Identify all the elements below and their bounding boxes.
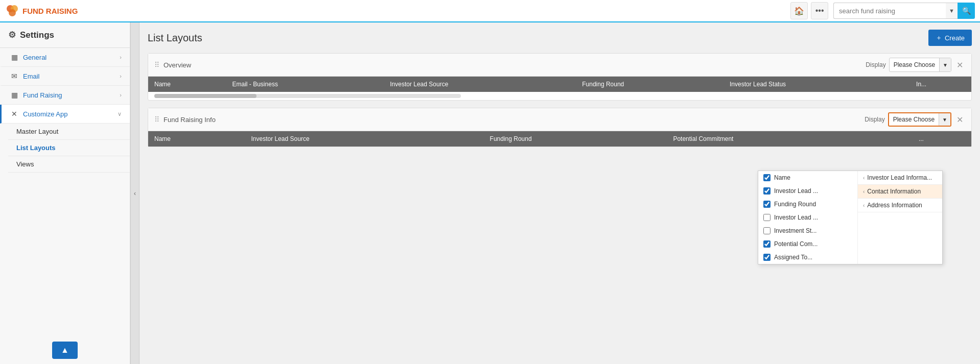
dropdown-right-item-investor-lead-info[interactable]: ‹ Investor Lead Informa... (858, 171, 942, 185)
dropdown-item-label-investment-st: Investment St... (774, 227, 816, 234)
section-close-button-overview[interactable]: ✕ (954, 60, 965, 70)
search-input[interactable] (833, 3, 946, 19)
overview-table: Name Email - Business Investor Lead Sour… (148, 77, 971, 92)
dropdown-item-label-funding-round: Funding Round (774, 201, 816, 208)
create-button[interactable]: ＋ Create (928, 30, 972, 46)
up-arrow-icon: ▲ (61, 346, 69, 355)
submenu-label-list: List Layouts (16, 144, 56, 152)
sidebar-item-label-customize: Customize App (23, 110, 113, 118)
sidebar: ⚙ Settings ▦ General › ✉ Email › ▦ Fund … (0, 22, 130, 364)
page-title: List Layouts (148, 32, 202, 44)
please-choose-button-overview[interactable]: Please Choose ▼ (889, 58, 951, 72)
overview-section-header: ⠿ Overview Display Please Choose ▼ ✕ (148, 54, 971, 77)
dropdown-right-label-contact: Contact Information (867, 188, 921, 195)
dropdown-right-item-address-info[interactable]: ‹ Address Information (858, 199, 942, 212)
display-label-fr: Display (865, 116, 884, 123)
home-button[interactable]: 🏠 (790, 2, 808, 19)
dropdown-item-assigned-to[interactable]: Assigned To... (758, 251, 857, 264)
col-extra: In... (910, 77, 971, 92)
overview-section: ⠿ Overview Display Please Choose ▼ ✕ Nam… (148, 53, 972, 101)
chevron-right-icon-fr: › (120, 92, 122, 98)
sidebar-submenu-list-layouts[interactable]: List Layouts (8, 140, 130, 156)
please-choose-text-overview: Please Choose (890, 61, 939, 68)
sidebar-item-email[interactable]: ✉ Email › (0, 67, 130, 86)
checkbox-investor-lead-2[interactable] (763, 214, 771, 221)
checkbox-assigned-to[interactable] (763, 254, 771, 261)
fund-raising-info-section: ⠿ Fund Raising Info Display Please Choos… (148, 108, 972, 147)
please-choose-button-fr[interactable]: Please Choose ▼ (888, 112, 951, 127)
dropdown-item-name[interactable]: Name (758, 171, 857, 184)
sidebar-item-label-email: Email (23, 72, 115, 80)
fr-header-right: Display Please Choose ▼ ✕ (865, 112, 965, 127)
section-close-button-fr[interactable]: ✕ (954, 115, 965, 125)
overview-header-right: Display Please Choose ▼ ✕ (866, 58, 965, 72)
dropdown-item-potential-com[interactable]: Potential Com... (758, 237, 857, 251)
sidebar-submenu-master-layout[interactable]: Master Layout (8, 124, 130, 140)
submenu-label-master: Master Layout (16, 128, 58, 135)
plus-icon: ＋ (936, 33, 942, 42)
sidebar-submenu-views[interactable]: Views (8, 156, 130, 173)
drag-handle-icon-fr[interactable]: ⠿ (154, 115, 159, 124)
more-button[interactable]: ••• (811, 2, 828, 19)
checkbox-name[interactable] (763, 174, 771, 181)
fund-raising-icon: ▦ (10, 91, 19, 99)
search-container: ▼ 🔍 (833, 3, 975, 19)
scrollbar-overview[interactable] (148, 92, 971, 100)
scroll-up-button[interactable]: ▲ (52, 342, 78, 359)
checkbox-potential-com[interactable] (763, 240, 771, 248)
drag-handle-icon[interactable]: ⠿ (154, 61, 159, 69)
app-body: ⚙ Settings ▦ General › ✉ Email › ▦ Fund … (0, 22, 980, 364)
fund-raising-section-title: Fund Raising Info (164, 116, 216, 124)
sidebar-header: ⚙ Settings (0, 22, 130, 48)
sidebar-item-general[interactable]: ▦ General › (0, 48, 130, 67)
page-header: List Layouts ＋ Create (148, 30, 972, 46)
checkbox-funding-round[interactable] (763, 201, 771, 208)
please-choose-dropdown: Name Investor Lead ... Funding Round Inv… (758, 171, 943, 264)
email-icon: ✉ (10, 72, 19, 80)
dropdown-item-label-name: Name (774, 174, 790, 181)
checkbox-investor-lead[interactable] (763, 187, 771, 195)
svg-point-2 (9, 9, 16, 16)
overview-table-header-row: Name Email - Business Investor Lead Sour… (148, 77, 971, 92)
fr-table: Name Investor Lead Source Funding Round … (148, 131, 971, 147)
sidebar-item-fund-raising[interactable]: ▦ Fund Raising › (0, 86, 130, 105)
fr-col-investor-lead-source: Investor Lead Source (245, 131, 483, 147)
dropdown-arrow-icon-overview: ▼ (939, 58, 951, 71)
sidebar-item-customize-app[interactable]: ✕ Customize App ∨ (0, 105, 130, 124)
customize-icon: ✕ (10, 110, 19, 118)
col-funding-round: Funding Round (576, 77, 724, 92)
sidebar-bottom: ▲ (0, 336, 130, 364)
please-choose-text-fr: Please Choose (889, 116, 939, 123)
chevron-down-icon: ∨ (118, 111, 122, 117)
fr-table-wrap: Name Investor Lead Source Funding Round … (148, 131, 971, 147)
dropdown-right-item-contact-info[interactable]: ‹ Contact Information (858, 185, 942, 199)
dropdown-item-funding-round[interactable]: Funding Round (758, 198, 857, 211)
dropdown-left-panel: Name Investor Lead ... Funding Round Inv… (758, 171, 858, 264)
fr-col-name: Name (148, 131, 245, 147)
sidebar-collapse-handle[interactable]: ‹ (130, 22, 139, 364)
search-icon: 🔍 (962, 7, 971, 15)
search-button[interactable]: 🔍 (958, 3, 975, 19)
top-navigation: FUND RAISING 🏠 ••• ▼ 🔍 (0, 0, 980, 22)
dropdown-item-investor-lead-2[interactable]: Investor Lead ... (758, 211, 857, 224)
fund-raising-section-header: ⠿ Fund Raising Info Display Please Choos… (148, 108, 971, 131)
main-content: List Layouts ＋ Create ⠿ Overview Display… (139, 22, 980, 364)
dropdown-right-label-investor: Investor Lead Informa... (867, 174, 932, 181)
col-investor-lead-source: Investor Lead Source (384, 77, 576, 92)
dropdown-item-investment-st[interactable]: Investment St... (758, 224, 857, 237)
search-dropdown-button[interactable]: ▼ (946, 3, 958, 19)
display-label-overview: Display (866, 61, 885, 68)
sidebar-item-label-fund-raising: Fund Raising (23, 91, 115, 99)
submenu-arrow-icon-3: ‹ (863, 203, 865, 208)
col-name: Name (148, 77, 226, 92)
topnav-icons: 🏠 ••• (790, 2, 828, 19)
scrollbar-track (154, 94, 461, 98)
overview-table-wrap: Name Email - Business Investor Lead Sour… (148, 77, 971, 100)
scrollbar-thumb (154, 94, 256, 98)
submenu-label-views: Views (16, 160, 34, 168)
dropdown-item-label-assigned-to: Assigned To... (774, 254, 812, 261)
sidebar-title: Settings (20, 30, 54, 40)
checkbox-investment-st[interactable] (763, 227, 771, 234)
submenu-arrow-icon-2: ‹ (863, 189, 865, 195)
dropdown-item-investor-lead[interactable]: Investor Lead ... (758, 184, 857, 198)
